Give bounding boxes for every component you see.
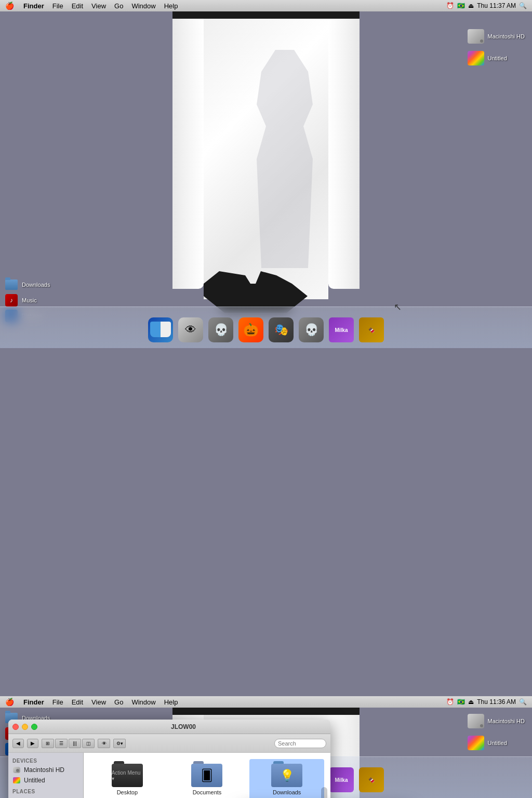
sidebar-untitled[interactable]: Untitled <box>8 775 83 786</box>
menubar-right-bottom: ⏰ 🇧🇷 ⏏ Thu 11:36 AM 🔍 <box>446 698 532 706</box>
view-buttons: ⊞ ☰ ||| ◫ <box>42 739 95 748</box>
snack-icon-bottom: 🍫 <box>359 767 384 792</box>
time-machine-icon-b[interactable]: ⏰ <box>446 698 454 706</box>
documents-folder-label: Documents <box>193 789 222 795</box>
file-desktop[interactable]: Action Menu ▾ Desktop <box>90 759 165 798</box>
dock-snack-top[interactable]: 🍫 <box>357 316 385 344</box>
spotlight-icon[interactable]: 🔍 <box>519 2 527 9</box>
dock-skull2-top[interactable]: 💀 <box>297 316 325 344</box>
snack-icon-top: 🍫 <box>359 317 384 342</box>
dock-eye-top[interactable]: 👁 <box>177 316 205 344</box>
edit-menu-bottom[interactable]: Edit <box>68 698 87 706</box>
music-stack-top[interactable]: ♪ Music <box>5 294 50 307</box>
icon-view-btn[interactable]: ⊞ <box>42 739 54 748</box>
finder-window: JLOW00 ◀ ▶ ⊞ ☰ ||| ◫ 👁 ⚙▾ DEVICES <box>8 720 330 798</box>
skull2-icon-top: 💀 <box>299 317 324 342</box>
flag-icon: 🇧🇷 <box>457 2 465 9</box>
finder-menu[interactable]: Finder <box>19 2 48 10</box>
clock-top: Thu 11:37 AM <box>477 2 516 9</box>
action-btn[interactable]: ⚙▾ <box>113 739 126 748</box>
file-documents[interactable]: 🂠 Documents <box>170 759 245 798</box>
help-menu-bottom[interactable]: Help <box>160 698 182 706</box>
untitled-label-top: Untitled <box>487 55 507 61</box>
go-menu-bottom[interactable]: Go <box>110 698 127 706</box>
desktop-folder-label: Desktop <box>117 789 138 795</box>
places-section-label: PLACES <box>8 788 83 795</box>
view-menu[interactable]: View <box>87 2 110 10</box>
help-menu[interactable]: Help <box>160 2 182 10</box>
dock-finder-top[interactable] <box>147 316 175 344</box>
menubar-top: 🍎 Finder File Edit View Go Window Help ⏰… <box>0 0 532 11</box>
masked-icon-top: 🎭 <box>269 317 294 342</box>
macintoshi-hd-icon-b[interactable]: Macintoshi HD <box>466 712 527 730</box>
dock-milka-bottom[interactable]: Milka <box>327 766 355 794</box>
dock-snack-bottom[interactable]: 🍫 <box>357 766 385 794</box>
dock-skull-top[interactable]: 💀 <box>207 316 235 344</box>
music-label-top: Music <box>22 297 37 303</box>
edit-menu[interactable]: Edit <box>68 2 87 10</box>
dock-pumpkin-top[interactable]: 🎃 <box>237 316 265 344</box>
clock-bottom: Thu 11:36 AM <box>477 698 516 706</box>
cursor-top: ↖ <box>394 301 402 313</box>
hd-label-b: Macintoshi HD <box>487 718 525 724</box>
finder-menu-bottom[interactable]: Finder <box>19 698 48 706</box>
file-menu-bottom[interactable]: File <box>48 698 68 706</box>
finder-content: Action Menu ▾ Desktop 🂠 Documents <box>84 753 330 798</box>
downloads-label-top: Downloads <box>22 282 50 288</box>
eject-icon[interactable]: ⏏ <box>468 2 474 9</box>
devices-section-label: DEVICES <box>8 757 83 765</box>
apple-menu[interactable]: 🍎 <box>0 2 19 10</box>
search-input[interactable] <box>274 739 326 748</box>
macintoshi-label: Macintoshi HD <box>24 766 64 774</box>
downloads-stack-top[interactable]: Downloads <box>5 278 50 291</box>
minimize-button[interactable] <box>22 724 28 730</box>
curtain-left <box>172 19 204 289</box>
back-button[interactable]: ◀ <box>12 739 24 748</box>
downloads-folder-icon: 💡 <box>271 761 302 787</box>
music-icon-top: ♪ <box>5 294 18 307</box>
sidebar-macintoshi-hd[interactable]: Macintoshi HD <box>8 765 83 775</box>
window-menu[interactable]: Window <box>127 2 159 10</box>
close-button[interactable] <box>12 724 19 730</box>
desktop-folder-icon: Action Menu ▾ <box>112 761 143 787</box>
eject-icon-b[interactable]: ⏏ <box>468 698 474 706</box>
hd-icon-img-b <box>468 713 484 729</box>
list-view-btn[interactable]: ☰ <box>55 739 68 748</box>
curtain-rod-b <box>172 708 360 715</box>
curtain-right <box>328 19 360 289</box>
file-downloads[interactable]: 💡 Downloads <box>249 759 324 798</box>
dock-milka-top[interactable]: Milka <box>327 316 355 344</box>
menubar-right-top: ⏰ 🇧🇷 ⏏ Thu 11:37 AM 🔍 <box>446 2 532 9</box>
finder-titlebar: JLOW00 <box>8 720 330 734</box>
window-menu-bottom[interactable]: Window <box>127 698 159 706</box>
column-view-btn[interactable]: ||| <box>69 739 81 748</box>
desktop-icons-bottom-right: Macintoshi HD Untitled <box>466 712 527 752</box>
coverflow-view-btn[interactable]: ◫ <box>82 739 95 748</box>
macintoshi-hd-icon[interactable]: Macintoshi HD <box>466 27 527 46</box>
go-menu[interactable]: Go <box>110 2 127 10</box>
time-machine-icon[interactable]: ⏰ <box>446 2 454 9</box>
hd-icon-img <box>468 28 484 45</box>
dock-masked-top[interactable]: 🎭 <box>267 316 295 344</box>
hd-sidebar-icon <box>12 766 21 774</box>
curtain-rod <box>172 11 360 19</box>
preview-btn[interactable]: 👁 <box>98 739 110 748</box>
milka-icon-top: Milka <box>329 317 354 342</box>
flag-icon-b: 🇧🇷 <box>457 698 465 706</box>
desktop-icons-top-right: Macintoshi HD Untitled <box>466 27 527 68</box>
vader-shadow <box>238 50 331 268</box>
spotlight-icon-b[interactable]: 🔍 <box>519 698 527 706</box>
desktop-top: Macintoshi HD Untitled ↖ <box>0 11 532 323</box>
untitled-disk-icon[interactable]: Untitled <box>466 49 527 68</box>
documents-folder-icon: 🂠 <box>191 761 222 787</box>
forward-button[interactable]: ▶ <box>27 739 38 748</box>
untitled-disk-icon-b[interactable]: Untitled <box>466 734 527 752</box>
view-menu-bottom[interactable]: View <box>87 698 110 706</box>
sidebar-desktop[interactable]: 🖥 Desktop <box>8 795 83 798</box>
untitled-icon-img <box>468 50 484 66</box>
maximize-button[interactable] <box>31 724 37 730</box>
finder-sidebar: DEVICES Macintoshi HD Untitled PLACES 🖥 <box>8 753 84 798</box>
file-menu[interactable]: File <box>48 2 68 10</box>
apple-menu-bottom[interactable]: 🍎 <box>0 698 19 706</box>
untitled-sidebar-icon <box>12 776 21 784</box>
